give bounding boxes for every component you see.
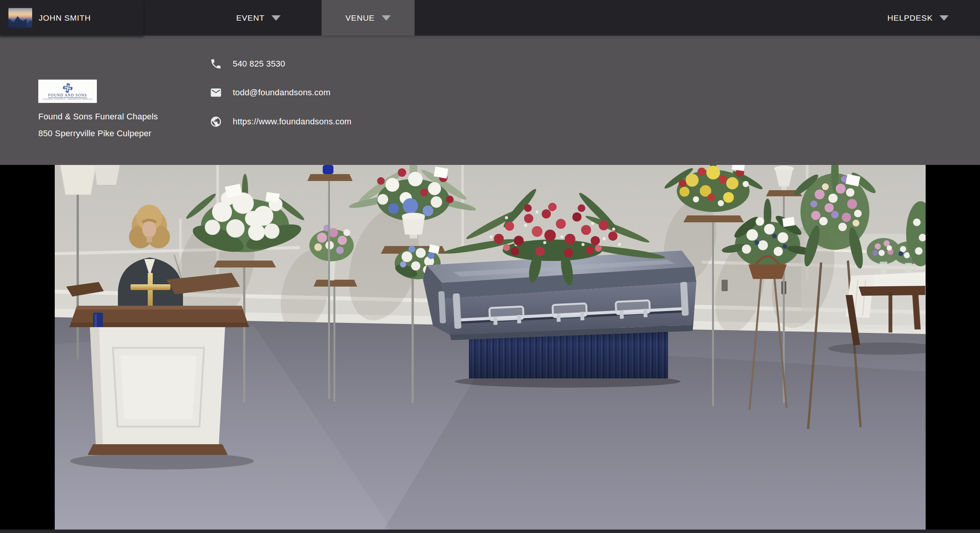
user-name: JOHN SMITH	[39, 13, 91, 23]
venue-logo: FOUND AND SONS FUNERAL CHAPELS · CREMATI…	[38, 80, 97, 103]
event-thumbnail	[8, 8, 32, 28]
user-widget[interactable]: JOHN SMITH	[0, 0, 144, 36]
logo-tagline-text: FUNERAL CHAPELS · CREMATION SERVICE	[43, 98, 93, 101]
logo-brand-text: FOUND AND SONS	[48, 93, 87, 98]
video-player[interactable]	[0, 165, 980, 533]
phone-number[interactable]: 540 825 3530	[233, 59, 285, 69]
website-url[interactable]: https://www.foundandsons.com	[233, 117, 351, 127]
chevron-down-icon	[382, 15, 391, 21]
globe-icon	[210, 116, 222, 128]
logo-cross-icon	[63, 83, 73, 93]
tab-event-label: EVENT	[236, 13, 265, 23]
venue-dropdown-panel: VENUE FOUND AND SONS FUNERAL CHAPELS · C…	[0, 36, 980, 165]
tab-venue[interactable]: VENUE	[322, 0, 415, 36]
phone-icon	[210, 58, 222, 70]
chevron-down-icon	[939, 15, 949, 21]
tab-event[interactable]: EVENT	[236, 0, 281, 36]
contact-row-website: https://www.foundandsons.com	[210, 115, 351, 129]
video-bottom-bar	[0, 530, 980, 533]
contact-row-phone: 540 825 3530	[210, 57, 285, 71]
email-icon	[210, 86, 222, 99]
app-root: JOHN SMITH EVENT VENUE HELPDESK VENUE	[0, 0, 980, 533]
chevron-down-icon	[271, 15, 281, 21]
top-nav: JOHN SMITH EVENT VENUE HELPDESK	[0, 0, 980, 36]
tab-helpdesk-label: HELPDESK	[887, 13, 933, 23]
venue-address: 850 Sperryville Pike Culpeper	[38, 129, 152, 139]
venue-name: Found & Sons Funeral Chapels	[38, 112, 158, 122]
contact-row-email: todd@foundandsons.com	[210, 86, 330, 99]
livestream-video-frame	[55, 165, 926, 530]
email-address[interactable]: todd@foundandsons.com	[233, 88, 330, 98]
tab-helpdesk[interactable]: HELPDESK	[887, 0, 949, 36]
tab-venue-label: VENUE	[345, 13, 374, 23]
